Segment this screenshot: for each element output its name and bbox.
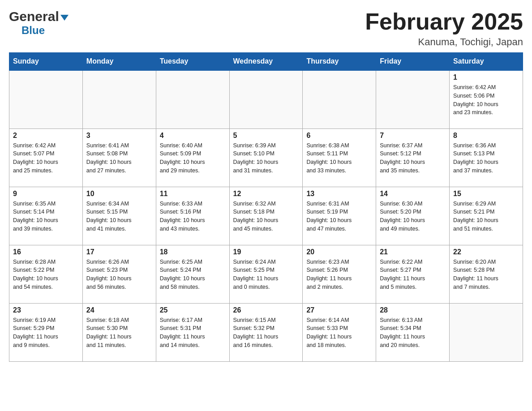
day-number: 25 [160,306,226,314]
day-number: 2 [13,132,79,140]
calendar-day-cell: 10Sunrise: 6:34 AMSunset: 5:15 PMDayligh… [82,187,156,245]
day-number: 11 [160,190,226,198]
calendar-day-header: Wednesday [229,53,303,71]
day-number: 8 [453,132,519,140]
calendar-day-header: Friday [376,53,450,71]
day-number: 15 [453,190,519,198]
day-info: Sunrise: 6:29 AMSunset: 5:21 PMDaylight:… [453,200,519,233]
calendar-day-cell [156,70,229,128]
day-info: Sunrise: 6:35 AMSunset: 5:14 PMDaylight:… [13,200,79,233]
day-info: Sunrise: 6:25 AMSunset: 5:24 PMDaylight:… [160,258,226,291]
day-number: 14 [380,190,446,198]
day-number: 24 [86,306,152,314]
calendar-day-cell [303,70,376,128]
calendar-day-cell [82,70,156,128]
calendar-day-cell: 9Sunrise: 6:35 AMSunset: 5:14 PMDaylight… [9,187,83,245]
day-info: Sunrise: 6:24 AMSunset: 5:25 PMDaylight:… [233,258,299,291]
calendar-day-cell: 16Sunrise: 6:28 AMSunset: 5:22 PMDayligh… [9,245,83,303]
calendar-day-cell: 14Sunrise: 6:30 AMSunset: 5:20 PMDayligh… [376,187,450,245]
day-info: Sunrise: 6:32 AMSunset: 5:18 PMDaylight:… [233,200,299,233]
day-info: Sunrise: 6:42 AMSunset: 5:07 PMDaylight:… [13,141,79,175]
calendar-day-cell: 22Sunrise: 6:20 AMSunset: 5:28 PMDayligh… [450,245,523,303]
calendar-day-cell: 25Sunrise: 6:17 AMSunset: 5:31 PMDayligh… [156,303,229,361]
calendar-table: SundayMondayTuesdayWednesdayThursdayFrid… [9,52,523,362]
day-info: Sunrise: 6:20 AMSunset: 5:28 PMDaylight:… [453,258,519,291]
logo-blue-text: Blue [21,24,45,37]
calendar-day-cell: 24Sunrise: 6:18 AMSunset: 5:30 PMDayligh… [82,303,156,361]
day-number: 7 [380,132,446,140]
calendar-day-cell: 11Sunrise: 6:33 AMSunset: 5:16 PMDayligh… [156,187,229,245]
day-number: 10 [86,190,152,198]
day-info: Sunrise: 6:42 AMSunset: 5:06 PMDaylight:… [453,83,519,117]
calendar-day-cell [229,70,303,128]
day-info: Sunrise: 6:17 AMSunset: 5:31 PMDaylight:… [160,316,226,350]
day-info: Sunrise: 6:26 AMSunset: 5:23 PMDaylight:… [86,258,152,291]
calendar-week-row: 23Sunrise: 6:19 AMSunset: 5:29 PMDayligh… [9,303,523,361]
calendar-day-cell: 28Sunrise: 6:13 AMSunset: 5:34 PMDayligh… [376,303,450,361]
calendar-day-cell: 3Sunrise: 6:41 AMSunset: 5:08 PMDaylight… [82,128,156,187]
day-number: 9 [13,190,79,198]
day-number: 19 [233,248,299,256]
day-info: Sunrise: 6:31 AMSunset: 5:19 PMDaylight:… [306,200,372,233]
day-number: 4 [160,132,226,140]
day-info: Sunrise: 6:28 AMSunset: 5:22 PMDaylight:… [13,258,79,291]
day-info: Sunrise: 6:14 AMSunset: 5:33 PMDaylight:… [306,316,372,350]
day-info: Sunrise: 6:13 AMSunset: 5:34 PMDaylight:… [380,316,446,350]
day-number: 3 [86,132,152,140]
calendar-day-cell: 26Sunrise: 6:15 AMSunset: 5:32 PMDayligh… [229,303,303,361]
calendar-day-cell: 20Sunrise: 6:23 AMSunset: 5:26 PMDayligh… [303,245,376,303]
logo-triangle-icon [60,15,69,21]
day-number: 5 [233,132,299,140]
day-info: Sunrise: 6:19 AMSunset: 5:29 PMDaylight:… [13,316,79,350]
day-info: Sunrise: 6:30 AMSunset: 5:20 PMDaylight:… [380,200,446,233]
calendar-day-header: Saturday [450,53,523,71]
day-info: Sunrise: 6:37 AMSunset: 5:12 PMDaylight:… [380,141,446,175]
location-label: Kanuma, Tochigi, Japan [365,36,523,48]
calendar-day-cell: 2Sunrise: 6:42 AMSunset: 5:07 PMDaylight… [9,128,83,187]
calendar-day-cell: 4Sunrise: 6:40 AMSunset: 5:09 PMDaylight… [156,128,229,187]
calendar-week-row: 2Sunrise: 6:42 AMSunset: 5:07 PMDaylight… [9,128,523,187]
calendar-day-cell [376,70,450,128]
calendar-day-cell: 23Sunrise: 6:19 AMSunset: 5:29 PMDayligh… [9,303,83,361]
calendar-day-header: Tuesday [156,53,229,71]
day-info: Sunrise: 6:18 AMSunset: 5:30 PMDaylight:… [86,316,152,350]
calendar-day-cell: 27Sunrise: 6:14 AMSunset: 5:33 PMDayligh… [303,303,376,361]
calendar-day-cell: 1Sunrise: 6:42 AMSunset: 5:06 PMDaylight… [450,70,523,128]
day-number: 18 [160,248,226,256]
day-info: Sunrise: 6:36 AMSunset: 5:13 PMDaylight:… [453,141,519,175]
day-number: 23 [13,306,79,314]
logo-general-text: General [9,9,59,24]
day-number: 17 [86,248,152,256]
day-info: Sunrise: 6:38 AMSunset: 5:11 PMDaylight:… [306,141,372,175]
day-info: Sunrise: 6:23 AMSunset: 5:26 PMDaylight:… [306,258,372,291]
calendar-day-cell: 18Sunrise: 6:25 AMSunset: 5:24 PMDayligh… [156,245,229,303]
day-number: 1 [453,73,519,81]
calendar-day-cell: 5Sunrise: 6:39 AMSunset: 5:10 PMDaylight… [229,128,303,187]
calendar-week-row: 16Sunrise: 6:28 AMSunset: 5:22 PMDayligh… [9,245,523,303]
calendar-header-row: SundayMondayTuesdayWednesdayThursdayFrid… [9,53,523,71]
day-info: Sunrise: 6:40 AMSunset: 5:09 PMDaylight:… [160,141,226,175]
calendar-day-header: Thursday [303,53,376,71]
day-number: 20 [306,248,372,256]
calendar-day-header: Monday [82,53,156,71]
month-year-title: February 2025 [365,9,523,34]
calendar-week-row: 9Sunrise: 6:35 AMSunset: 5:14 PMDaylight… [9,187,523,245]
day-info: Sunrise: 6:34 AMSunset: 5:15 PMDaylight:… [86,200,152,233]
day-info: Sunrise: 6:41 AMSunset: 5:08 PMDaylight:… [86,141,152,175]
calendar-day-cell: 21Sunrise: 6:22 AMSunset: 5:27 PMDayligh… [376,245,450,303]
logo: General Blue [9,9,69,37]
calendar-day-cell: 12Sunrise: 6:32 AMSunset: 5:18 PMDayligh… [229,187,303,245]
day-info: Sunrise: 6:33 AMSunset: 5:16 PMDaylight:… [160,200,226,233]
calendar-day-cell: 13Sunrise: 6:31 AMSunset: 5:19 PMDayligh… [303,187,376,245]
day-number: 6 [306,132,372,140]
calendar-day-cell [450,303,523,361]
day-number: 27 [306,306,372,314]
calendar-day-cell: 19Sunrise: 6:24 AMSunset: 5:25 PMDayligh… [229,245,303,303]
calendar-week-row: 1Sunrise: 6:42 AMSunset: 5:06 PMDaylight… [9,70,523,128]
day-info: Sunrise: 6:39 AMSunset: 5:10 PMDaylight:… [233,141,299,175]
day-number: 21 [380,248,446,256]
day-info: Sunrise: 6:22 AMSunset: 5:27 PMDaylight:… [380,258,446,291]
calendar-day-cell: 7Sunrise: 6:37 AMSunset: 5:12 PMDaylight… [376,128,450,187]
calendar-day-cell: 17Sunrise: 6:26 AMSunset: 5:23 PMDayligh… [82,245,156,303]
day-number: 22 [453,248,519,256]
